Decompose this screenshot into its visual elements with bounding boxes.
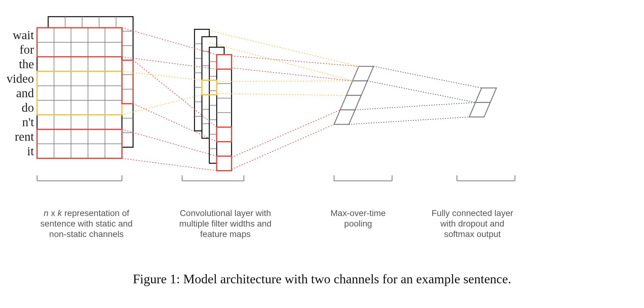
svg-marker-72	[353, 66, 374, 81]
svg-marker-84	[475, 88, 496, 102]
architecture-diagram	[0, 0, 644, 241]
label-input-line1: sentence with static and	[40, 219, 133, 228]
label-input: n x k representation of sentence with st…	[37, 208, 136, 239]
label-conv-line2: feature maps	[200, 229, 250, 239]
label-pool-line0: Max-over-time	[331, 208, 386, 218]
label-input-line2: non-static channels	[49, 229, 123, 239]
svg-line-88	[355, 102, 475, 110]
label-pool-line1: pooling	[344, 219, 372, 228]
svg-marker-74	[340, 95, 361, 110]
label-output-line2: softmax output	[444, 229, 501, 239]
figure-caption: Figure 1: Model architecture with two ch…	[0, 272, 644, 286]
svg-line-86	[374, 66, 482, 88]
label-output-line1: with dropout and	[440, 219, 504, 228]
svg-line-80	[217, 81, 353, 81]
label-input-line0-rest: representation of	[64, 208, 129, 218]
figure-page: wait for the video and do n't rent it n …	[0, 0, 644, 308]
label-input-k: k	[58, 208, 62, 218]
svg-marker-75	[334, 110, 355, 124]
svg-line-76	[232, 56, 359, 66]
svg-line-67	[122, 158, 217, 171]
label-conv-line1: multiple filter widths and	[179, 219, 272, 228]
label-pool: Max-over-time pooling	[315, 208, 401, 229]
svg-rect-13	[37, 28, 122, 158]
svg-line-77	[232, 68, 353, 81]
svg-marker-73	[346, 81, 367, 95]
label-output-line0: Fully connected layer	[432, 208, 513, 218]
svg-line-78	[232, 110, 340, 157]
label-output: Fully connected layer with dropout and s…	[426, 208, 519, 239]
label-conv: Convolutional layer with multiple filter…	[173, 208, 278, 239]
svg-line-89	[349, 117, 469, 124]
svg-line-70	[122, 71, 202, 80]
svg-line-87	[367, 81, 475, 102]
svg-line-81	[217, 94, 346, 95]
label-input-x: x	[51, 208, 58, 218]
label-conv-line0: Convolutional layer with	[180, 208, 271, 218]
svg-line-71	[122, 95, 202, 115]
svg-marker-85	[469, 102, 490, 117]
label-input-n: n	[44, 208, 48, 218]
svg-line-79	[232, 124, 334, 169]
